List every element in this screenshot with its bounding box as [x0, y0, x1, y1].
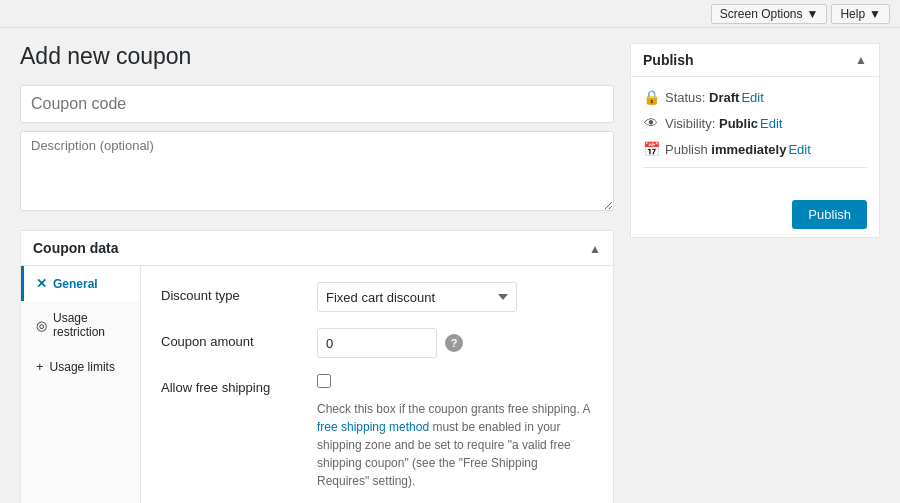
- tab-usage-restriction[interactable]: ◎ Usage restriction: [21, 301, 140, 349]
- coupon-fields: Discount type Percentage discount Fixed …: [141, 266, 613, 503]
- usage-limits-icon: +: [36, 359, 44, 374]
- coupon-data-body: ✕ General ◎ Usage restriction + Usage li…: [21, 266, 613, 503]
- tab-general-label: General: [53, 277, 98, 291]
- tab-usage-restriction-label: Usage restriction: [53, 311, 128, 339]
- coupon-data-header[interactable]: Coupon data: [21, 231, 613, 266]
- main-content: Add new coupon Coupon data ✕ General ◎: [0, 28, 900, 503]
- publish-time-value: immediately: [711, 142, 786, 157]
- help-button[interactable]: Help ▼: [831, 4, 890, 24]
- free-shipping-checkbox[interactable]: [317, 374, 331, 388]
- description-textarea[interactable]: [20, 131, 614, 211]
- general-icon: ✕: [36, 276, 47, 291]
- visibility-edit-link[interactable]: Edit: [760, 116, 782, 131]
- tab-general[interactable]: ✕ General: [21, 266, 140, 301]
- publish-divider: [643, 167, 867, 168]
- discount-type-row: Discount type Percentage discount Fixed …: [161, 282, 593, 312]
- publish-collapse-icon: ▲: [855, 53, 867, 67]
- free-shipping-control: Check this box if the coupon grants free…: [317, 374, 593, 490]
- collapse-arrow-icon: [589, 239, 601, 257]
- free-shipping-label: Allow free shipping: [161, 374, 301, 395]
- publish-time-label: Publish immediatelyEdit: [665, 142, 811, 157]
- tab-usage-limits-label: Usage limits: [50, 360, 115, 374]
- publish-time-edit-link[interactable]: Edit: [788, 142, 810, 157]
- coupon-data-title: Coupon data: [33, 240, 119, 256]
- help-arrow: ▼: [869, 7, 881, 21]
- coupon-amount-row: Coupon amount ?: [161, 328, 593, 358]
- visibility-label: Visibility: PublicEdit: [665, 116, 782, 131]
- publish-header: Publish ▲: [631, 44, 879, 77]
- publish-footer: Publish: [631, 192, 879, 237]
- status-value: Draft: [709, 90, 739, 105]
- tab-usage-limits[interactable]: + Usage limits: [21, 349, 140, 384]
- publish-body: 🔒 Status: DraftEdit 👁 Visibility: Public…: [631, 77, 879, 192]
- publish-time-row: 📅 Publish immediatelyEdit: [643, 141, 867, 157]
- publish-box: Publish ▲ 🔒 Status: DraftEdit 👁 Visibili…: [630, 43, 880, 238]
- screen-options-button[interactable]: Screen Options ▼: [711, 4, 828, 24]
- screen-options-arrow: ▼: [807, 7, 819, 21]
- calendar-icon: 📅: [643, 141, 659, 157]
- coupon-amount-control: ?: [317, 328, 593, 358]
- coupon-amount-input[interactable]: [317, 328, 437, 358]
- coupon-tabs: ✕ General ◎ Usage restriction + Usage li…: [21, 266, 141, 503]
- publish-button[interactable]: Publish: [792, 200, 867, 229]
- left-column: Add new coupon Coupon data ✕ General ◎: [20, 43, 614, 503]
- visibility-row: 👁 Visibility: PublicEdit: [643, 115, 867, 131]
- discount-type-control: Percentage discount Fixed cart discount …: [317, 282, 593, 312]
- screen-options-label: Screen Options: [720, 7, 803, 21]
- coupon-data-box: Coupon data ✕ General ◎ Usage restrictio…: [20, 230, 614, 503]
- free-shipping-method-link[interactable]: free shipping method: [317, 420, 429, 434]
- status-label: Status: DraftEdit: [665, 90, 764, 105]
- coupon-amount-help-icon[interactable]: ?: [445, 334, 463, 352]
- status-icon: 🔒: [643, 89, 659, 105]
- visibility-value: Public: [719, 116, 758, 131]
- discount-type-select[interactable]: Percentage discount Fixed cart discount …: [317, 282, 517, 312]
- page-title: Add new coupon: [20, 43, 614, 70]
- free-shipping-desc-part1: Check this box if the coupon grants free…: [317, 402, 590, 416]
- free-shipping-row: Allow free shipping Check this box if th…: [161, 374, 593, 490]
- usage-restriction-icon: ◎: [36, 318, 47, 333]
- visibility-icon: 👁: [643, 115, 659, 131]
- coupon-code-input[interactable]: [20, 85, 614, 123]
- free-shipping-description: Check this box if the coupon grants free…: [317, 400, 593, 490]
- discount-type-label: Discount type: [161, 282, 301, 303]
- coupon-amount-label: Coupon amount: [161, 328, 301, 349]
- status-row: 🔒 Status: DraftEdit: [643, 89, 867, 105]
- help-label: Help: [840, 7, 865, 21]
- publish-box-title: Publish: [643, 52, 694, 68]
- status-edit-link[interactable]: Edit: [741, 90, 763, 105]
- right-column: Publish ▲ 🔒 Status: DraftEdit 👁 Visibili…: [630, 43, 880, 238]
- top-bar: Screen Options ▼ Help ▼: [0, 0, 900, 28]
